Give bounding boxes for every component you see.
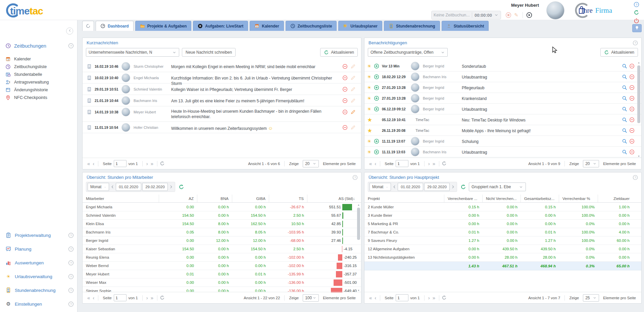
previous-page-button[interactable]: ‹ [373,161,378,166]
view-details-icon[interactable] [622,128,627,133]
next-period-icon[interactable] [451,185,455,189]
column-header-zieldauer[interactable]: Zieldauer [598,195,633,202]
next-page-button[interactable]: › [427,295,431,301]
column-header-nicht-verrechen[interactable]: Nicht Verrechen... [483,195,521,202]
tab-projekte-aufgaben[interactable]: Projekte & Aufgaben [135,21,192,31]
sidebar-collapse-button[interactable] [66,28,73,35]
next-page-button[interactable]: › [427,161,431,166]
refresh-icon[interactable] [442,295,447,300]
scroll-up-icon[interactable]: ▲ [637,61,641,65]
help-icon[interactable]: ? [634,2,639,7]
first-page-button[interactable]: « [86,161,91,166]
per-page-select[interactable]: 20 [303,160,319,167]
sidebar-item-auswertungen[interactable]: Auswertungen? [5,260,74,266]
tab-dashboard[interactable]: Dashboard [96,21,134,31]
help-icon[interactable]: ? [68,301,74,307]
user-avatar[interactable] [546,1,564,19]
edit-message-icon[interactable] [350,75,356,81]
help-icon[interactable]: ? [68,43,74,49]
sidebar-item-stundenabrechnung[interactable]: Stundenabrechnung? [5,287,74,293]
first-page-button[interactable]: « [368,161,373,166]
edit-message-icon[interactable] [350,125,356,130]
sidebar-item-stundentabelle[interactable]: Stundentabelle [5,72,74,77]
employees-scrollbar[interactable]: ▲ ▼ [356,203,361,293]
view-details-icon[interactable] [622,63,627,69]
edit-message-icon[interactable] [350,109,356,115]
dismiss-notification-icon[interactable] [629,63,635,69]
add-request-icon[interactable] [374,149,379,155]
delete-message-icon[interactable] [342,64,348,69]
column-header-giba[interactable]: GIBA [232,195,269,202]
delete-message-icon[interactable] [342,125,348,130]
dismiss-notification-icon[interactable] [629,85,635,90]
tab-stundenabrechnung[interactable]: Stundenabrechnung [384,21,440,31]
refresh-icon[interactable] [634,10,639,15]
new-message-button[interactable]: Neue Nachricht schreiben [182,48,236,57]
grouping-select[interactable]: Gruppiert nach 1. Ebe [469,183,526,191]
sidebar-section-zeitbuchungen[interactable]: Zeitbuchungen ? [5,43,74,49]
date-to-input[interactable]: 29.02.2020 [424,183,450,191]
view-details-icon[interactable] [622,106,627,112]
refresh-notifications-button[interactable]: Aktualisieren [600,48,638,57]
period-select[interactable]: Monat [369,183,391,191]
delete-message-icon[interactable] [342,75,348,81]
sidebar-item-änderungshistorie[interactable]: Änderungshistorie [5,87,74,93]
next-period-icon[interactable] [169,185,174,189]
chevron-down-icon[interactable] [494,13,499,17]
per-page-select[interactable]: 25 [583,294,599,302]
dismiss-notification-icon[interactable] [629,128,635,133]
last-page-button[interactable]: » [149,295,155,301]
view-details-icon[interactable] [622,149,627,155]
view-details-icon[interactable] [622,74,627,80]
help-icon[interactable]: ? [352,175,358,180]
column-header-mitarbeiter[interactable]: Mitarbeiter [83,195,159,202]
next-page-button[interactable]: › [145,161,149,166]
notifications-scrollbar[interactable]: ▲ ▼ [637,61,641,158]
help-icon[interactable]: ? [68,288,74,293]
date-from-input[interactable]: 01.02.2020 [398,183,423,191]
per-page-select[interactable]: 100 [303,294,319,302]
refresh-icon[interactable] [442,161,447,166]
previous-page-button[interactable]: ‹ [91,161,96,166]
view-details-icon[interactable] [622,85,627,90]
column-header-verrechenbare[interactable]: Verrechenbare ... [444,195,483,202]
edit-message-icon[interactable] [350,98,356,103]
column-header-gesamtarbeitsz[interactable]: Gesamtarbeitsz... [521,195,559,202]
first-page-button[interactable]: « [86,295,91,301]
sidebar-item-urlaubsverwaltung[interactable]: ☀Urlaubsverwaltung? [5,273,74,279]
add-request-icon[interactable] [374,85,379,90]
notification-filter-select[interactable]: Offene Zeitbuchungsanträge, Offen [368,48,448,57]
sidebar-item-projektverwaltung[interactable]: Projektverwaltung? [5,232,74,238]
column-header-as-std[interactable]: AS (Std) ↓ [307,195,358,202]
view-details-icon[interactable] [622,117,627,122]
tab-statusübersicht[interactable]: Statusübersicht [442,21,489,31]
help-icon[interactable]: ? [68,260,74,266]
delete-message-icon[interactable] [342,98,348,103]
delete-message-icon[interactable] [342,87,348,92]
first-page-button[interactable]: « [368,295,373,301]
scrollbar-thumb[interactable] [357,208,360,240]
message-filter-select[interactable]: Unternehmensweite Nachrichten, N [86,48,179,57]
power-logout-icon[interactable] [634,18,639,23]
previous-page-button[interactable]: ‹ [91,295,96,301]
delete-message-icon[interactable] [342,109,348,115]
last-page-button[interactable]: » [431,161,437,166]
stop-recording-icon[interactable] [505,12,511,18]
view-details-icon[interactable] [622,139,627,144]
help-icon[interactable]: ? [68,274,74,279]
column-header-ts[interactable]: TS [269,195,307,202]
edit-message-icon[interactable] [350,87,356,92]
previous-period-icon[interactable] [110,185,115,189]
sidebar-item-zeitbuchungsliste[interactable]: Zeitbuchungsliste [5,64,74,69]
sidebar-item-einstellungen[interactable]: ⚙Einstellungen? [5,301,74,307]
previous-page-button[interactable]: ‹ [373,295,378,301]
tab-kalender[interactable]: 3Kalender [250,21,284,31]
edit-booking-icon[interactable]: ✎ [514,12,520,18]
sidebar-item-nfc-checkpoints[interactable]: NFC-Checkpoints [5,95,74,100]
page-number-input[interactable] [114,160,127,167]
refresh-icon[interactable] [179,184,184,190]
add-request-icon[interactable] [374,139,379,144]
play-start-icon[interactable] [526,12,532,18]
tab-aufgaben-livestart[interactable]: Aufgaben: LiveStart [193,21,248,31]
per-page-select[interactable]: 20 [583,160,599,167]
